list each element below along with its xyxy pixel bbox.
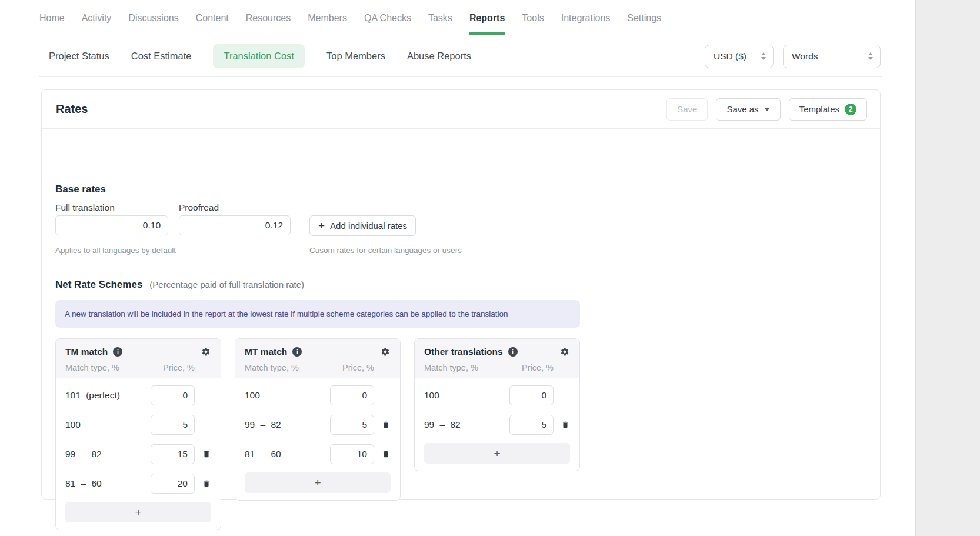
currency-select-value: USD ($): [714, 51, 746, 62]
nav-item-members[interactable]: Members: [308, 13, 347, 35]
table-row: 99 – 82: [424, 410, 570, 440]
price-input[interactable]: [330, 385, 374, 405]
mt-match-title: MT match: [245, 347, 287, 357]
full-translation-label: Full translation: [55, 202, 115, 213]
nav-item-reports[interactable]: Reports: [469, 13, 505, 35]
table-row: 100: [65, 410, 211, 440]
delete-row-button[interactable]: [381, 449, 391, 460]
price-input[interactable]: [330, 415, 374, 435]
other-translations-settings-button[interactable]: [559, 347, 570, 357]
page-title: Rates: [56, 102, 88, 116]
mt-match-rows: 100 99 – 82 81 – 60 +: [235, 378, 400, 500]
nav-item-tasks[interactable]: Tasks: [428, 13, 452, 35]
mt-match-card: MT match i Match type, % Price, % 100: [235, 338, 401, 501]
save-button[interactable]: Save: [666, 98, 708, 121]
delete-row-button[interactable]: [381, 420, 391, 430]
tab-top-members[interactable]: Top Members: [326, 51, 385, 62]
reports-sub-navigation: Project Status Cost Estimate Translation…: [39, 36, 882, 77]
tm-match-header: TM match i Match type, % Price, %: [56, 339, 221, 378]
desktop-background-strip: [915, 0, 980, 536]
price-input[interactable]: [330, 444, 374, 464]
info-icon[interactable]: i: [508, 347, 518, 357]
other-translations-card: Other translations i Match type, % Price…: [414, 338, 580, 471]
rates-card: Rates Save Save as Templates 2 Base rate…: [41, 89, 881, 500]
price-input[interactable]: [509, 415, 554, 435]
full-translation-input[interactable]: [55, 215, 168, 235]
templates-button[interactable]: Templates 2: [789, 98, 867, 121]
price-input[interactable]: [509, 385, 554, 405]
price-input[interactable]: [151, 444, 195, 464]
match-range-label: 100: [424, 390, 509, 401]
table-row: 81 – 60: [65, 469, 211, 498]
add-individual-rates-button[interactable]: + Add individual rates: [309, 215, 416, 236]
match-range-label: 81 – 60: [245, 449, 330, 460]
report-filters: USD ($) Words: [705, 45, 882, 68]
trash-icon: [202, 479, 211, 488]
match-range-label: 99 – 82: [65, 449, 151, 460]
price-column-header: Price, %: [342, 363, 374, 372]
currency-select[interactable]: USD ($): [705, 45, 774, 68]
unit-select[interactable]: Words: [783, 45, 881, 68]
nav-item-discussions[interactable]: Discussions: [128, 13, 178, 35]
save-as-button[interactable]: Save as: [716, 98, 780, 121]
tm-match-settings-button[interactable]: [201, 347, 211, 357]
price-input[interactable]: [151, 415, 195, 435]
other-translations-title: Other translations: [424, 347, 503, 357]
nav-item-activity[interactable]: Activity: [82, 13, 112, 35]
proofread-input[interactable]: [179, 215, 291, 235]
tab-cost-estimate[interactable]: Cost Estimate: [131, 51, 192, 62]
tab-translation-cost[interactable]: Translation Cost: [213, 44, 305, 68]
tm-match-card: TM match i Match type, % Price, % 101 (p…: [55, 338, 221, 530]
table-row: 81 – 60: [245, 440, 391, 469]
add-row-button[interactable]: +: [245, 472, 391, 493]
delete-row-button[interactable]: [561, 420, 570, 430]
tm-match-rows: 101 (perfect) 100 99 – 82 81 – 60: [56, 378, 221, 530]
add-row-button[interactable]: +: [424, 443, 570, 464]
plus-icon: +: [318, 220, 325, 231]
individual-rates-helper: Cusom rates for certain languages or use…: [309, 246, 462, 255]
net-rate-schemes-subheading: (Percentage paid of full translation rat…: [149, 279, 304, 289]
save-as-label: Save as: [726, 104, 758, 114]
lowest-rate-info-banner: A new translation will be included in th…: [55, 300, 580, 328]
match-type-column-header: Match type, %: [245, 363, 299, 372]
nav-item-tools[interactable]: Tools: [522, 13, 544, 35]
top-navigation: Home Activity Discussions Content Resour…: [39, 0, 882, 35]
match-range-label: 100: [65, 420, 151, 430]
gear-icon: [560, 347, 569, 357]
nav-item-integrations[interactable]: Integrations: [561, 13, 611, 35]
templates-count-badge: 2: [845, 104, 856, 115]
proofread-label: Proofread: [179, 202, 219, 213]
info-icon[interactable]: i: [292, 347, 302, 357]
mt-match-settings-button[interactable]: [380, 347, 391, 357]
nav-item-home[interactable]: Home: [39, 13, 65, 35]
other-translations-rows: 100 99 – 82 +: [415, 378, 579, 471]
info-icon[interactable]: i: [113, 347, 122, 357]
rates-actions: Save Save as Templates 2: [666, 98, 867, 121]
match-range-label: 99 – 82: [245, 420, 330, 430]
nav-item-content[interactable]: Content: [196, 13, 229, 35]
table-row: 99 – 82: [245, 410, 391, 440]
add-row-button[interactable]: +: [65, 502, 211, 522]
delete-row-button[interactable]: [202, 449, 211, 460]
match-range-label: 81 – 60: [65, 478, 151, 489]
nav-item-settings[interactable]: Settings: [627, 13, 661, 35]
mt-match-header: MT match i Match type, % Price, %: [235, 339, 400, 378]
match-range-label: 101 (perfect): [65, 390, 151, 401]
tab-project-status[interactable]: Project Status: [49, 51, 109, 62]
nav-item-resources[interactable]: Resources: [246, 13, 291, 35]
tab-abuse-reports[interactable]: Abuse Reports: [407, 51, 471, 62]
rates-card-header: Rates Save Save as Templates 2: [42, 90, 880, 129]
table-row: 100: [424, 381, 570, 410]
price-input[interactable]: [151, 474, 195, 494]
trash-icon: [561, 420, 569, 430]
nav-item-qa-checks[interactable]: QA Checks: [364, 13, 411, 35]
delete-row-button[interactable]: [202, 478, 211, 489]
add-individual-rates-label: Add individual rates: [330, 221, 407, 231]
table-row: 99 – 82: [65, 440, 211, 469]
chevron-down-icon: [764, 108, 770, 111]
gear-icon: [201, 347, 211, 357]
report-tabs: Project Status Cost Estimate Translation…: [39, 44, 471, 68]
unit-select-value: Words: [792, 51, 818, 62]
price-input[interactable]: [151, 385, 195, 405]
tm-match-title: TM match: [65, 347, 108, 357]
